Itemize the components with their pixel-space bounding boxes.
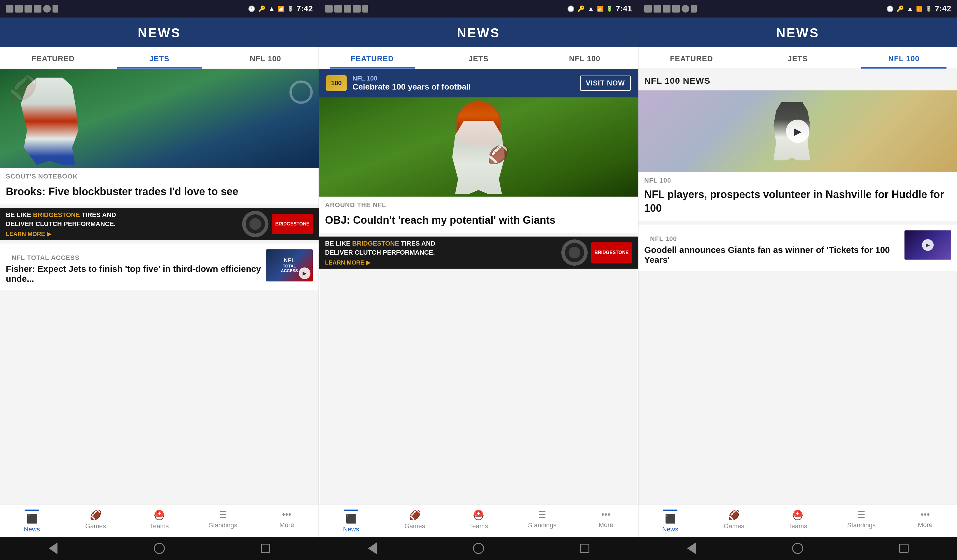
secondary-thumbnail-1[interactable]: NFL TOTAL ACCESS ▶ <box>266 249 313 281</box>
nav-games-2[interactable]: 🏈 Games <box>383 510 446 533</box>
nav-standings-3[interactable]: ☰ Standings <box>829 510 893 533</box>
tab-featured-1[interactable]: FEATURED <box>0 47 106 69</box>
tab-nfl100-1[interactable]: NFL 100 <box>212 47 319 69</box>
nav-teams-label-1: Teams <box>150 522 169 530</box>
nav-more-2[interactable]: ••• More <box>574 510 638 533</box>
main-news-card-1[interactable]: 🏈 SCOUT'S NOTEBOOK Brooks: Five blockbus… <box>0 69 319 205</box>
home-button-1[interactable] <box>150 539 168 557</box>
ad-text-1: BE LIKE BRIDGESTONE TIRES ANDDELIVER CLU… <box>6 211 238 229</box>
ad-text-2: BE LIKE BRIDGESTONE TIRES ANDDELIVER CLU… <box>325 239 558 257</box>
content-area-3: NFL 100 NEWS ▶ NFL 100 NFL players, <box>638 69 957 505</box>
nav-standings-label-3: Standings <box>847 522 876 529</box>
main-news-card-2[interactable]: 🏈 AROUND THE NFL OBJ: Couldn't 'reach my… <box>319 98 638 233</box>
news-nav-icon-1: ⬛ <box>27 514 37 524</box>
nav-active-indicator-3 <box>663 510 677 511</box>
secondary-thumbnail-3[interactable]: ▶ <box>905 230 951 260</box>
nav-games-1[interactable]: 🏈 Games <box>63 510 127 533</box>
bottom-nav-2: ⬛ News 🏈 Games ⛑️ Teams ☰ Standings ••• … <box>319 505 638 537</box>
system-nav-2 <box>319 537 638 560</box>
system-nav-1 <box>0 537 319 560</box>
article-title-1[interactable]: Brooks: Five blockbuster trades I'd love… <box>0 183 319 205</box>
back-button-1[interactable] <box>44 539 62 557</box>
status-icon <box>682 5 689 13</box>
app-header-3: NEWS <box>638 17 957 47</box>
more-nav-icon-3: ••• <box>921 510 930 519</box>
tire-graphic-2 <box>561 240 587 266</box>
status-icon <box>25 5 32 13</box>
tab-jets-3[interactable]: JETS <box>745 47 851 69</box>
nav-news-label-3: News <box>662 525 678 533</box>
status-icon <box>672 5 680 13</box>
play-button-1[interactable]: ▶ <box>299 267 310 279</box>
play-btn-large-3[interactable]: ▶ <box>786 120 809 143</box>
secondary-article-text-3: NFL 100 Goodell announces Giants fan as … <box>644 230 900 265</box>
standings-nav-icon-3: ☰ <box>858 510 865 520</box>
nav-standings-2[interactable]: ☰ Standings <box>510 510 574 533</box>
nav-news-2[interactable]: ⬛ News <box>319 510 383 533</box>
secondary-title-1: Fisher: Expect Jets to finish 'top five'… <box>6 263 261 284</box>
tab-jets-2[interactable]: JETS <box>425 47 532 69</box>
status-icon <box>34 5 41 13</box>
nav-standings-label-1: Standings <box>208 522 237 529</box>
bottom-nav-3: ⬛ News 🏈 Games ⛑️ Teams ☰ Standings ••• … <box>638 505 957 537</box>
back-button-2[interactable] <box>363 539 381 557</box>
bridgestone-logo-1: BRIDGESTONE <box>272 214 313 234</box>
tab-nfl100-2[interactable]: NFL 100 <box>532 47 638 69</box>
secondary-news-card-3[interactable]: NFL 100 Goodell announces Giants fan as … <box>638 225 957 271</box>
tab-nfl100-3[interactable]: NFL 100 <box>851 47 957 69</box>
secondary-category-3: NFL 100 <box>644 230 900 244</box>
secondary-title-3: Goodell announces Giants fan as winner o… <box>644 244 900 265</box>
visit-now-button-2[interactable]: VISIT NOW <box>580 76 631 91</box>
status-bar-3: 🕐 🔑 ▲ 📶 🔋 7:42 <box>638 0 957 17</box>
status-bar-2: 🕐 🔑 ▲ 📶 🔋 7:41 <box>319 0 638 17</box>
ad-banner-1[interactable]: BE LIKE BRIDGESTONE TIRES ANDDELIVER CLU… <box>0 208 319 240</box>
tabs-bar-3: FEATURED JETS NFL 100 <box>638 47 957 69</box>
play-button-3[interactable]: ▶ <box>922 239 934 251</box>
nav-news-3[interactable]: ⬛ News <box>638 510 702 533</box>
video-title-3[interactable]: NFL players, prospects volunteer in Nash… <box>638 186 957 221</box>
nav-more-1[interactable]: ••• More <box>255 510 319 533</box>
status-icon <box>43 5 51 13</box>
games-nav-icon-3: 🏈 <box>728 510 740 521</box>
nfl100-banner-2[interactable]: 100 NFL 100 Celebrate 100 years of footb… <box>319 69 638 98</box>
secondary-news-card-1[interactable]: NFL TOTAL ACCESS Fisher: Expect Jets to … <box>0 243 319 290</box>
nav-teams-3[interactable]: ⛑️ Teams <box>766 510 829 533</box>
standings-nav-icon-2: ☰ <box>539 510 546 520</box>
nfl100-desc-2: Celebrate 100 years of football <box>352 82 574 91</box>
tab-jets-1[interactable]: JETS <box>106 47 212 69</box>
nav-more-label-2: More <box>599 521 613 529</box>
back-button-3[interactable] <box>683 539 700 557</box>
news-nav-icon-2: ⬛ <box>346 514 357 524</box>
nav-standings-1[interactable]: ☰ Standings <box>191 510 255 533</box>
content-area-1: 🏈 SCOUT'S NOTEBOOK Brooks: Five blockbus… <box>0 69 319 505</box>
status-time-2: 7:41 <box>616 4 632 13</box>
nav-teams-2[interactable]: ⛑️ Teams <box>447 510 510 533</box>
recents-button-1[interactable] <box>257 539 274 557</box>
nav-standings-label-2: Standings <box>528 522 556 529</box>
nav-games-3[interactable]: 🏈 Games <box>702 510 766 533</box>
tab-featured-2[interactable]: FEATURED <box>319 47 425 69</box>
ad-banner-2[interactable]: BE LIKE BRIDGESTONE TIRES ANDDELIVER CLU… <box>319 237 638 269</box>
app-title-2: NEWS <box>319 26 638 40</box>
ad-cta-2[interactable]: LEARN MORE ▶ <box>325 259 558 266</box>
nav-teams-1[interactable]: ⛑️ Teams <box>128 510 191 533</box>
nav-news-1[interactable]: ⬛ News <box>0 510 63 533</box>
recents-button-3[interactable] <box>895 539 913 557</box>
status-icon <box>654 5 661 13</box>
ad-cta-1[interactable]: LEARN MORE ▶ <box>6 230 238 237</box>
home-button-2[interactable] <box>470 539 487 557</box>
hero-image-2: 🏈 <box>319 98 638 197</box>
nav-active-indicator-2 <box>344 510 358 511</box>
article-title-2[interactable]: OBJ: Couldn't 'reach my potential' with … <box>319 211 638 233</box>
teams-nav-icon-3: ⛑️ <box>792 510 804 521</box>
status-time-1: 7:42 <box>297 4 313 13</box>
status-icon <box>52 5 58 13</box>
video-card-3[interactable]: ▶ NFL 100 NFL players, prospects volunte… <box>638 90 957 221</box>
recents-button-2[interactable] <box>576 539 594 557</box>
tab-featured-3[interactable]: FEATURED <box>638 47 745 69</box>
play-overlay-3[interactable]: ▶ <box>786 120 809 143</box>
home-button-3[interactable] <box>789 539 807 557</box>
nfl100-label-2: NFL 100 <box>352 75 574 82</box>
tire-graphic-1 <box>242 211 268 237</box>
nav-more-3[interactable]: ••• More <box>894 510 957 533</box>
